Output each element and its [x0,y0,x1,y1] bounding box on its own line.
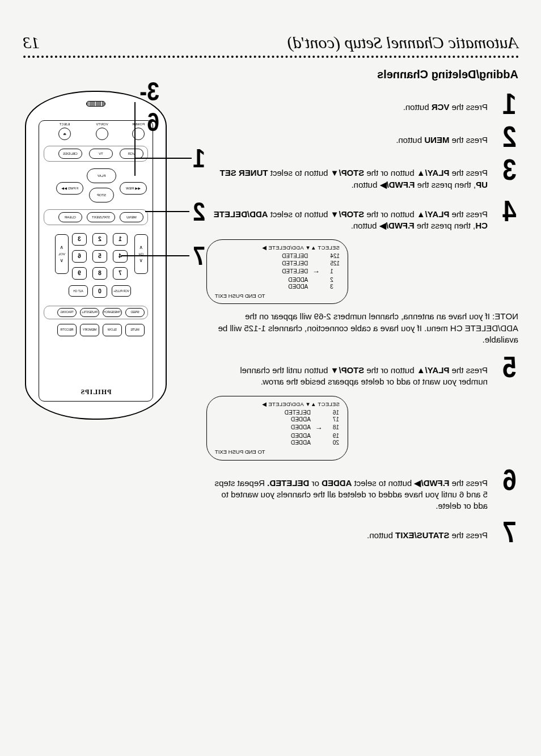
divider [23,56,518,58]
step-1: 1 Press the VCR button. [212,91,518,116]
step-body: Press the F.FWD/▶ button to select ADDED… [212,467,488,512]
step-7: 7 Press the STATUS/EXIT button. [212,520,518,544]
osd-footer: TO END PUSH EXIT [215,293,340,299]
brand-label: PHILIPS [39,388,153,396]
step-body: Press the PLAY/▲ button or the STOP/▼ bu… [212,354,488,388]
step-body: Press the PLAY/▲ button or the STOP/▼ bu… [212,157,488,191]
step-5: 5 Press the PLAY/▲ button or the STOP/▼ … [212,354,518,388]
step-body: Press the MENU button. [396,124,488,149]
status-exit-button[interactable]: STATUS/EXIT [87,212,115,222]
num-2-button[interactable]: 2 [92,233,107,246]
page-number: 13 [23,33,40,52]
step-4: 4 Press the PLAY/▲ button or the STOP/▼ … [212,198,518,232]
step-body: Press the PLAY/▲ button or the STOP/▼ bu… [212,198,488,232]
step-number: 7 [495,520,516,544]
num-1-button[interactable]: 1 [113,233,128,246]
vcr-plus-button[interactable]: VCR PLUS+ [112,285,131,297]
num-9-button[interactable]: 9 [72,267,87,280]
pause-still-button[interactable]: PAUSE/STILL [80,308,99,317]
clear-button[interactable]: CLEAR [58,212,82,222]
osd-header: SELECT ▲▼ ADD/DELETE ▶ [215,244,340,251]
step-number: 5 [495,354,516,388]
step-6: 6 Press the F.FWD/▶ button to select ADD… [212,467,518,512]
timesearch-button[interactable]: TIMESEARCH [103,308,122,317]
menu-button[interactable]: MENU [120,212,143,222]
slow-button[interactable]: SLOW [103,324,122,336]
cbl-dss-button[interactable]: CBL/DSS [58,149,82,159]
play-button[interactable]: PLAY [87,168,116,183]
rew-button[interactable]: ◀◀ REW [120,182,147,195]
step-body: Press the STATUS/EXIT button. [367,520,488,544]
step-2: 2 Press the MENU button. [212,124,518,149]
step-number: 6 [495,467,516,512]
eject-button[interactable]: EJECT⏏ [58,128,71,140]
callout-7: 7 [193,240,205,271]
ir-window-icon [86,101,105,107]
note-text: NOTE: If you have an antenna, channel nu… [212,311,518,345]
ffwd-button[interactable]: F.FWD ▶▶ [56,182,83,195]
callout-line [135,158,192,159]
num-5-button[interactable]: 5 [92,250,107,263]
vcr-tv-button[interactable]: VCR/TV [96,128,108,140]
step-number: 1 [495,91,516,116]
tv-button[interactable]: TV [89,149,113,159]
osd-header: SELECT ▲▼ ADD/DELETE ▶ [215,401,340,408]
step-body: Press the VCR button. [403,91,488,116]
num-3-button[interactable]: 3 [72,233,87,246]
callout-line [135,102,136,176]
callout-3-6: 3-6 [140,76,159,137]
tracking-button[interactable]: TRACKING [57,308,77,317]
ch-rocker[interactable]: ∧ CH ∨ [134,234,148,274]
step-number: 4 [495,198,516,232]
vol-rocker[interactable]: ∧ VOL ∨ [55,234,69,274]
memory-button[interactable]: MEMORY [80,324,99,336]
callout-1: 1 [193,143,205,174]
step-number: 3 [495,157,516,191]
alt-ch-button[interactable]: ALT CH [69,285,88,297]
osd-screen-1: SELECT ▲▼ ADD/DELETE ▶ 124DELETED125DELE… [206,239,348,304]
callout-2: 2 [193,196,205,227]
step-number: 2 [495,124,516,149]
step-3: 3 Press the PLAY/▲ button or the STOP/▼ … [212,157,518,191]
mute-button[interactable]: MUTE [125,324,145,336]
recotr-button[interactable]: RECOTR [57,324,77,336]
callout-line [121,255,189,256]
num-0-button[interactable]: 0 [92,285,107,298]
num-7-button[interactable]: 7 [113,267,128,280]
callout-line [145,211,189,212]
stop-button[interactable]: STOP [89,188,114,202]
page-title: Automatic Channel Setup (cont'd) [288,33,518,52]
num-6-button[interactable]: 6 [72,250,87,263]
num-8-button[interactable]: 8 [92,267,107,280]
speed-button[interactable]: SPEED [125,308,145,317]
osd-footer: TO END PUSH EXIT [215,449,340,455]
num-4-button[interactable]: 4 [113,250,128,263]
section-subtitle: Adding/Deleting Channels [212,68,518,81]
osd-screen-2: SELECT ▲▼ ADD/DELETE ▶ 16DELETED17ADDED1… [206,396,348,461]
